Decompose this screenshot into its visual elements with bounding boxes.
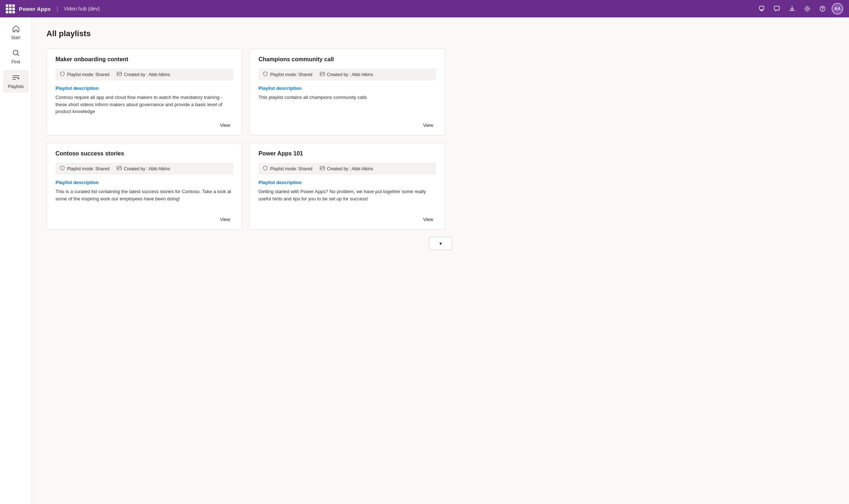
card-mode-text-0: Playlist mode: Shared (67, 72, 109, 77)
waffle-menu-icon[interactable] (6, 4, 15, 13)
card-author-text-2: Created by : Abbi Atkins (124, 166, 170, 171)
help-icon[interactable] (816, 3, 829, 15)
card-desc-text-2: This is a curated list containing the la… (55, 188, 233, 211)
sidebar-item-playlists[interactable]: Playlists (3, 70, 29, 93)
view-button-1[interactable]: View (420, 121, 436, 129)
content-area: All playlists Maker onboarding content P… (32, 17, 849, 504)
card-title-3: Power Apps 101 (258, 150, 436, 157)
playlist-card-contoso-success: Contoso success stories Playlist mode: S… (46, 143, 242, 230)
image-icon-2 (117, 166, 122, 172)
shield-icon-3 (263, 166, 268, 172)
image-icon-3 (320, 166, 325, 172)
app-subtitle: Video hub (dev) (64, 6, 100, 12)
playlist-card-maker-onboarding: Maker onboarding content Playlist mode: … (46, 49, 242, 136)
card-mode-text-3: Playlist mode: Shared (270, 166, 312, 171)
svg-rect-3 (774, 6, 779, 10)
card-desc-label-2[interactable]: Playlist description (55, 180, 233, 185)
sidebar-item-start[interactable]: Start (3, 21, 29, 44)
view-button-2[interactable]: View (217, 215, 233, 224)
top-nav: Power Apps | Video hub (dev) AA (0, 0, 849, 17)
playlist-card-power-apps-101: Power Apps 101 Playlist mode: Shared Cre… (249, 143, 445, 230)
sidebar-find-label: Find (12, 59, 20, 64)
card-meta-author-1: Created by : Abbi Atkins (320, 71, 373, 78)
svg-point-6 (822, 10, 823, 11)
shield-icon-0 (60, 71, 65, 78)
card-meta-mode-2: Playlist mode: Shared (60, 166, 109, 172)
app-title: Power Apps (19, 6, 51, 12)
image-icon-1 (320, 71, 325, 78)
card-desc-label-1[interactable]: Playlist description (258, 86, 436, 91)
card-desc-text-0: Contoso require all app and cloud flow m… (55, 94, 233, 117)
image-icon-0 (117, 71, 122, 78)
card-meta-author-2: Created by : Abbi Atkins (117, 166, 170, 172)
app-separator: | (57, 5, 58, 12)
card-author-text-3: Created by : Abbi Atkins (327, 166, 373, 171)
playlists-icon (12, 74, 20, 83)
notifications-icon[interactable] (755, 3, 768, 15)
card-meta-2: Playlist mode: Shared Created by : Abbi … (55, 163, 233, 175)
playlist-card-champions: Champions community call Playlist mode: … (249, 49, 445, 136)
sidebar-start-label: Start (11, 35, 20, 40)
view-button-0[interactable]: View (217, 121, 233, 129)
card-title-0: Maker onboarding content (55, 56, 233, 63)
search-icon (12, 49, 20, 58)
home-icon (12, 25, 20, 34)
card-mode-text-2: Playlist mode: Shared (67, 166, 109, 171)
card-meta-mode-0: Playlist mode: Shared (60, 71, 109, 78)
card-author-text-0: Created by : Abbi Atkins (124, 72, 170, 77)
card-desc-label-3[interactable]: Playlist description (258, 180, 436, 185)
svg-rect-0 (759, 6, 764, 10)
card-desc-text-3: Getting started with Power Apps? No prob… (258, 188, 436, 211)
card-desc-label-0[interactable]: Playlist description (55, 86, 233, 91)
card-meta-mode-1: Playlist mode: Shared (263, 71, 312, 78)
scroll-indicator: ▾ (46, 233, 834, 254)
chat-icon[interactable] (771, 3, 783, 15)
chevron-down-icon: ▾ (439, 241, 442, 246)
page-title: All playlists (46, 29, 834, 38)
card-meta-author-3: Created by : Abbi Atkins (320, 166, 373, 172)
shield-icon-1 (263, 71, 268, 78)
card-author-text-1: Created by : Abbi Atkins (327, 72, 373, 77)
card-meta-3: Playlist mode: Shared Created by : Abbi … (258, 163, 436, 175)
card-mode-text-1: Playlist mode: Shared (270, 72, 312, 77)
card-title-2: Contoso success stories (55, 150, 233, 157)
scroll-down-button[interactable]: ▾ (429, 237, 452, 250)
svg-point-4 (806, 8, 808, 10)
playlist-grid: Maker onboarding content Playlist mode: … (46, 49, 445, 230)
svg-rect-2 (760, 10, 763, 11)
user-avatar[interactable]: AA (832, 3, 843, 14)
card-meta-0: Playlist mode: Shared Created by : Abbi … (55, 68, 233, 80)
sidebar-playlists-label: Playlists (8, 84, 24, 89)
card-desc-text-1: This playlist contains all champions com… (258, 94, 436, 117)
settings-icon[interactable] (801, 3, 813, 15)
view-button-3[interactable]: View (420, 215, 436, 224)
shield-icon-2 (60, 166, 65, 172)
card-meta-author-0: Created by : Abbi Atkins (117, 71, 170, 78)
card-title-1: Champions community call (258, 56, 436, 63)
card-meta-mode-3: Playlist mode: Shared (263, 166, 312, 172)
card-meta-1: Playlist mode: Shared Created by : Abbi … (258, 68, 436, 80)
sidebar-item-find[interactable]: Find (3, 45, 29, 68)
download-icon[interactable] (786, 3, 798, 15)
svg-marker-11 (18, 77, 20, 79)
sidebar: Start Find Playlists (0, 17, 32, 504)
